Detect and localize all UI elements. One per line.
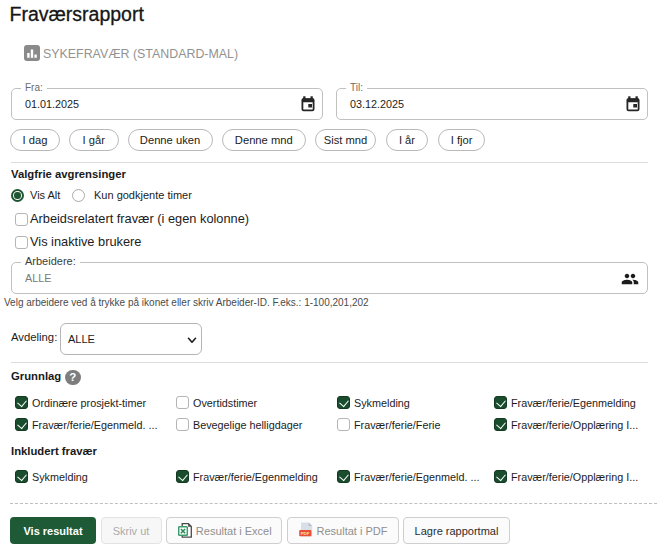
svg-text:PDF: PDF	[300, 531, 309, 536]
